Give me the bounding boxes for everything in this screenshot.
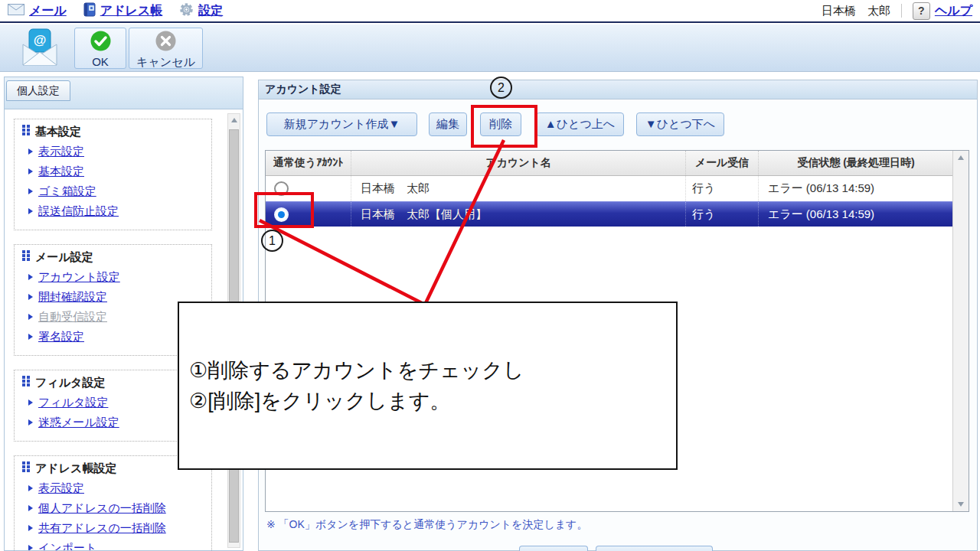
grid-icon (22, 249, 30, 265)
ok-button-label: OK (92, 55, 109, 68)
sidebar-group-title: メール設定 (22, 249, 207, 265)
sidebar-item-import[interactable]: インポート (28, 540, 207, 551)
sidebar-item-personal-address-bulk-delete[interactable]: 個人アドレスの一括削除 (28, 500, 207, 516)
mail-logo-icon: @ (20, 28, 60, 70)
scroll-down-icon[interactable] (953, 497, 969, 511)
grid-icon (22, 461, 30, 476)
account-name-cell: 日本橋 太郎 (351, 176, 686, 201)
panel-title: アカウント設定 (259, 80, 977, 99)
move-down-button[interactable]: ▼ひとつ下へ (636, 112, 724, 136)
sidebar-group-title: 基本設定 (22, 124, 207, 139)
arrow-bullet-icon (28, 399, 33, 406)
arrow-bullet-icon (28, 188, 33, 194)
instruction-line-1: ①削除するアカウントをチェックし (189, 355, 668, 386)
help-icon[interactable]: ? (913, 2, 930, 20)
step1-highlight-box (254, 192, 314, 228)
edit-button[interactable]: 編集 (429, 112, 467, 136)
mail-nav-icon (8, 4, 24, 18)
step2-highlight-box (471, 105, 537, 148)
column-account-name: アカウント名 (351, 151, 686, 175)
arrow-bullet-icon (28, 525, 33, 531)
bottom-partial-button-right[interactable] (596, 546, 713, 551)
arrow-bullet-icon (28, 274, 33, 280)
svg-text:@: @ (34, 33, 47, 47)
account-name-cell: 日本橋 太郎【個人用】 (351, 202, 686, 227)
ok-footnote: ※ 「OK」ボタンを押下すると通常使うアカウントを決定します。 (266, 518, 587, 532)
arrow-bullet-icon (28, 208, 33, 214)
sidebar-item-trash-settings[interactable]: ゴミ箱設定 (28, 184, 207, 199)
nav-addressbook-label: アドレス帳 (100, 3, 163, 19)
column-receive-status: 受信状態 (最終処理日時) (759, 151, 953, 175)
help-link[interactable]: ヘルプ (935, 3, 972, 19)
sidebar-item-basic-settings[interactable]: 基本設定 (28, 164, 207, 179)
ok-button[interactable]: OK (74, 28, 126, 69)
sidebar-item-account-settings[interactable]: アカウント設定 (28, 269, 207, 285)
nav-settings-label: 設定 (198, 3, 223, 19)
sidebar-item-display-settings[interactable]: 表示設定 (28, 144, 207, 159)
arrow-bullet-icon (28, 168, 33, 174)
nav-mail-label: メール (29, 3, 67, 19)
topbar-divider (901, 4, 902, 18)
action-toolbar: @ OK キャンセル (0, 24, 980, 72)
receive-status-cell: エラー (06/13 14:59) (759, 176, 953, 201)
arrow-bullet-icon (28, 485, 33, 491)
sidebar-group-basic: 基本設定 表示設定 基本設定 ゴミ箱設定 誤送信防止設定 (14, 119, 212, 230)
arrow-bullet-icon (28, 314, 33, 320)
instruction-line-2: ②[削除]をクリックします。 (189, 386, 668, 416)
grid-icon (22, 124, 30, 139)
cancel-button[interactable]: キャンセル (129, 28, 203, 69)
scroll-up-icon[interactable] (953, 151, 969, 165)
scroll-up-icon[interactable] (228, 114, 240, 126)
arrow-bullet-icon (28, 545, 33, 551)
column-mail-receive: メール受信 (686, 151, 759, 175)
grid-icon (22, 375, 30, 390)
table-header-row: 通常使うｱｶｳﾝﾄ アカウント名 メール受信 受信状態 (最終処理日時) (266, 151, 969, 176)
topbar-right: 日本橋 太郎 ? ヘルプ (822, 2, 972, 20)
arrow-bullet-icon (28, 419, 33, 425)
sidebar-item-ab-display-settings[interactable]: 表示設定 (28, 481, 207, 496)
arrow-bullet-icon (28, 294, 33, 300)
nav-mail[interactable]: メール (8, 3, 67, 19)
move-up-button[interactable]: ▲ひとつ上へ (536, 112, 624, 136)
instruction-callout: ①削除するアカウントをチェックし ②[削除]をクリックします。 (178, 302, 678, 470)
ok-check-icon (90, 31, 111, 54)
receive-status-cell: エラー (06/13 14:59) (759, 202, 953, 227)
sidebar-item-shared-address-bulk-delete[interactable]: 共有アドレスの一括削除 (28, 520, 207, 536)
user-name: 日本橋 太郎 (822, 4, 890, 18)
app-window: メール アドレス帳 設定 日本橋 太郎 ? ヘルプ @ (0, 0, 980, 551)
nav-settings[interactable]: 設定 (179, 2, 223, 20)
table-row[interactable]: 日本橋 太郎 行う エラー (06/13 14:59) (266, 176, 969, 201)
mail-receive-cell: 行う (686, 202, 759, 227)
gear-icon (179, 2, 194, 20)
step1-badge: 1 (261, 230, 283, 252)
nav-addressbook[interactable]: アドレス帳 (83, 2, 163, 20)
top-nav-bar: メール アドレス帳 設定 日本橋 太郎 ? ヘルプ (0, 0, 980, 23)
cancel-button-label: キャンセル (136, 55, 195, 70)
sidebar-item-missend-prevention[interactable]: 誤送信防止設定 (28, 204, 207, 219)
column-default-account: 通常使うｱｶｳﾝﾄ (266, 151, 351, 175)
cancel-x-icon (155, 31, 176, 54)
addressbook-icon (83, 2, 96, 20)
step2-badge: 2 (490, 77, 512, 99)
create-account-button[interactable]: 新規アカウント作成▼ (266, 112, 417, 136)
arrow-bullet-icon (28, 505, 33, 511)
table-scrollbar (952, 151, 969, 511)
arrow-bullet-icon (28, 148, 33, 155)
bottom-partial-button-left[interactable] (519, 546, 588, 551)
arrow-bullet-icon (28, 334, 33, 340)
tab-personal-settings[interactable]: 個人設定 (6, 80, 70, 101)
mail-receive-cell: 行う (686, 176, 759, 201)
table-row-selected[interactable]: 日本橋 太郎【個人用】 行う エラー (06/13 14:59) (266, 201, 969, 227)
